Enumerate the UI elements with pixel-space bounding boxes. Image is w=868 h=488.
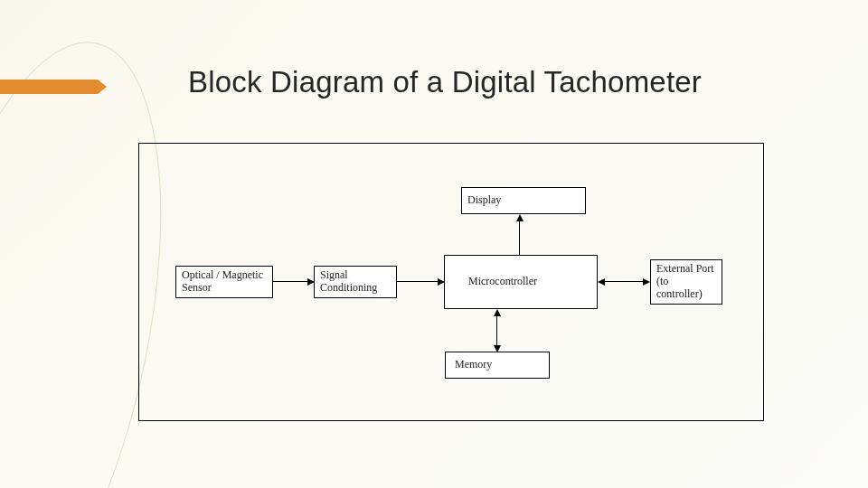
arrow-micro-to-display — [519, 221, 520, 255]
block-microcontroller: Microcontroller — [444, 255, 598, 309]
arrow-sensor-to-signal — [273, 281, 307, 282]
block-sensor: Optical / Magnetic Sensor — [175, 266, 273, 298]
diagram: Display Optical / Magnetic Sensor Signal… — [139, 144, 763, 420]
block-signal-conditioning: Signal Conditioning — [314, 266, 397, 298]
block-label: External Port (to controller) — [656, 263, 716, 300]
title-accent-bar — [0, 80, 98, 94]
arrow-head-icon — [494, 309, 501, 316]
arrow-micro-ext-bi — [605, 281, 643, 282]
decoration-swirl — [0, 99, 146, 488]
arrow-micro-memory-bi — [496, 315, 497, 346]
block-external-port: External Port (to controller) — [650, 259, 722, 305]
block-label: Signal Conditioning — [320, 269, 391, 295]
slide: Block Diagram of a Digital Tachometer Di… — [0, 0, 868, 488]
arrow-head-icon — [516, 214, 524, 221]
arrow-signal-to-micro — [397, 281, 438, 282]
block-label: Memory — [455, 359, 543, 371]
slide-title: Block Diagram of a Digital Tachometer — [188, 65, 702, 99]
arrow-head-icon — [438, 278, 445, 286]
block-label: Microcontroller — [468, 276, 591, 288]
arrow-head-icon — [307, 278, 315, 286]
block-label: Display — [467, 194, 580, 207]
arrow-head-icon — [598, 278, 605, 286]
block-memory: Memory — [445, 352, 550, 379]
block-display: Display — [461, 187, 586, 214]
arrow-head-icon — [643, 278, 650, 286]
block-label: Optical / Magnetic Sensor — [182, 269, 267, 295]
title-accent-arrow — [98, 80, 107, 94]
arrow-head-icon — [494, 345, 501, 352]
decoration-swirl — [0, 176, 118, 488]
diagram-frame: Display Optical / Magnetic Sensor Signal… — [138, 143, 764, 421]
